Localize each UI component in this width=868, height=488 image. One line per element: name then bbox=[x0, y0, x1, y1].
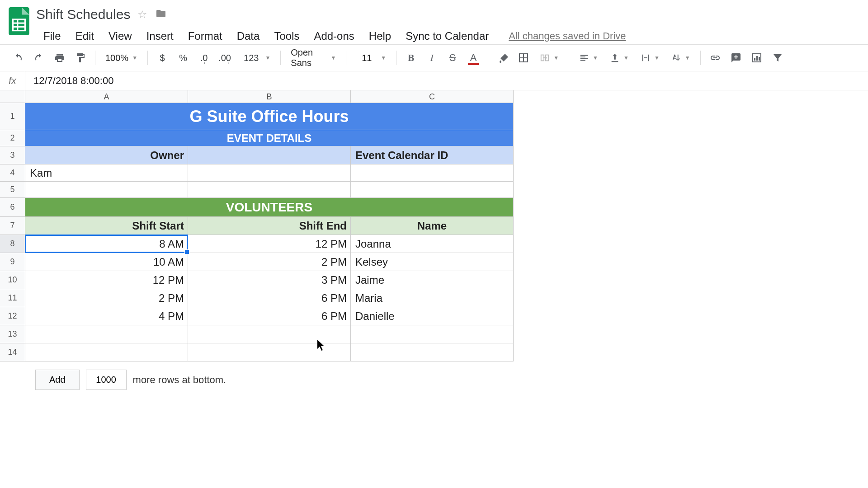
cell-c13[interactable] bbox=[351, 325, 514, 343]
cell-a8[interactable]: 8 AM bbox=[25, 235, 188, 253]
cell-c9[interactable]: Kelsey bbox=[351, 253, 514, 271]
menu-addons[interactable]: Add-ons bbox=[307, 28, 361, 44]
increase-decimal-button[interactable]: .00→ bbox=[216, 49, 234, 67]
formula-input[interactable]: 12/7/2018 8:00:00 bbox=[25, 75, 868, 87]
italic-button[interactable]: I bbox=[423, 49, 441, 67]
add-rows-input[interactable] bbox=[86, 370, 127, 390]
row-header-4[interactable]: 4 bbox=[0, 164, 25, 182]
row-header-10[interactable]: 10 bbox=[0, 271, 25, 289]
cell-b3[interactable] bbox=[188, 146, 351, 164]
vertical-align-dropdown[interactable]: ▼ bbox=[605, 53, 633, 63]
cell-c4[interactable] bbox=[351, 164, 514, 182]
paint-format-button[interactable] bbox=[71, 49, 90, 67]
cell-owner-value[interactable]: Kam bbox=[25, 164, 188, 182]
cell-b14[interactable] bbox=[188, 343, 351, 361]
cell-c11[interactable]: Maria bbox=[351, 289, 514, 307]
save-status[interactable]: All changes saved in Drive bbox=[509, 30, 626, 42]
insert-comment-button[interactable] bbox=[727, 49, 745, 67]
cell-c14[interactable] bbox=[351, 343, 514, 361]
row-header-12[interactable]: 12 bbox=[0, 307, 25, 325]
cell-a10[interactable]: 12 PM bbox=[25, 271, 188, 289]
cell-b4[interactable] bbox=[188, 164, 351, 182]
menu-sync-to-calendar[interactable]: Sync to Calendar bbox=[398, 28, 496, 44]
cell-b11[interactable]: 6 PM bbox=[188, 289, 351, 307]
menu-data[interactable]: Data bbox=[230, 28, 267, 44]
cell-volunteers-header[interactable]: VOLUNTEERS bbox=[25, 198, 514, 217]
star-icon[interactable]: ☆ bbox=[137, 8, 147, 21]
format-currency-button[interactable]: $ bbox=[153, 49, 171, 67]
menu-insert[interactable]: Insert bbox=[139, 28, 181, 44]
insert-link-button[interactable] bbox=[706, 49, 724, 67]
row-header-8[interactable]: 8 bbox=[0, 235, 25, 253]
format-percent-button[interactable]: % bbox=[174, 49, 192, 67]
column-header-c[interactable]: C bbox=[351, 90, 514, 103]
cell-a9[interactable]: 10 AM bbox=[25, 253, 188, 271]
column-header-b[interactable]: B bbox=[188, 90, 351, 103]
insert-chart-button[interactable] bbox=[748, 49, 766, 67]
cell-b5[interactable] bbox=[188, 182, 351, 198]
select-all-corner[interactable] bbox=[0, 90, 25, 103]
horizontal-align-dropdown[interactable]: ▼ bbox=[575, 53, 603, 63]
cell-a13[interactable] bbox=[25, 325, 188, 343]
cell-a14[interactable] bbox=[25, 343, 188, 361]
strikethrough-button[interactable]: S bbox=[443, 49, 462, 67]
filter-button[interactable] bbox=[769, 49, 787, 67]
row-header-2[interactable]: 2 bbox=[0, 130, 25, 146]
cell-b9[interactable]: 2 PM bbox=[188, 253, 351, 271]
text-wrap-dropdown[interactable]: ▼ bbox=[636, 53, 664, 63]
menu-help[interactable]: Help bbox=[362, 28, 398, 44]
menu-view[interactable]: View bbox=[101, 28, 139, 44]
folder-icon[interactable] bbox=[155, 8, 167, 21]
row-header-1[interactable]: 1 bbox=[0, 103, 25, 130]
cell-a11[interactable]: 2 PM bbox=[25, 289, 188, 307]
cell-col-shift-end[interactable]: Shift End bbox=[188, 217, 351, 235]
menu-file[interactable]: File bbox=[36, 28, 68, 44]
cell-a5[interactable] bbox=[25, 182, 188, 198]
cell-b10[interactable]: 3 PM bbox=[188, 271, 351, 289]
toolbar: 100%▼ $ % .0← .00→ 123▼ Open Sans▼ 11▼ B… bbox=[0, 44, 868, 71]
menu-tools[interactable]: Tools bbox=[267, 28, 307, 44]
cell-title[interactable]: G Suite Office Hours bbox=[25, 103, 514, 130]
bold-button[interactable]: B bbox=[402, 49, 420, 67]
column-header-a[interactable]: A bbox=[25, 90, 188, 103]
cell-subtitle[interactable]: EVENT DETAILS bbox=[25, 130, 514, 146]
cell-col-name[interactable]: Name bbox=[351, 217, 514, 235]
cell-c12[interactable]: Danielle bbox=[351, 307, 514, 325]
cell-c8[interactable]: Joanna bbox=[351, 235, 514, 253]
row-header-13[interactable]: 13 bbox=[0, 325, 25, 343]
cell-b8[interactable]: 12 PM bbox=[188, 235, 351, 253]
row-header-11[interactable]: 11 bbox=[0, 289, 25, 307]
font-size-dropdown[interactable]: 11▼ bbox=[352, 53, 391, 63]
fill-color-button[interactable] bbox=[494, 49, 512, 67]
text-color-button[interactable]: A bbox=[464, 49, 482, 67]
cell-b12[interactable]: 6 PM bbox=[188, 307, 351, 325]
borders-button[interactable] bbox=[514, 49, 533, 67]
redo-button[interactable] bbox=[30, 49, 48, 67]
print-button[interactable] bbox=[51, 49, 69, 67]
zoom-dropdown[interactable]: 100%▼ bbox=[101, 53, 142, 63]
cell-calendar-label[interactable]: Event Calendar ID bbox=[351, 146, 514, 164]
cell-b13[interactable] bbox=[188, 325, 351, 343]
text-rotation-dropdown[interactable]: ▼ bbox=[667, 53, 695, 63]
row-header-9[interactable]: 9 bbox=[0, 253, 25, 271]
cell-owner-label[interactable]: Owner bbox=[25, 146, 188, 164]
merge-cells-dropdown[interactable]: ▼ bbox=[535, 53, 563, 63]
cell-c5[interactable] bbox=[351, 182, 514, 198]
row-header-7[interactable]: 7 bbox=[0, 217, 25, 235]
undo-button[interactable] bbox=[9, 49, 27, 67]
menu-format[interactable]: Format bbox=[181, 28, 230, 44]
row-header-6[interactable]: 6 bbox=[0, 198, 25, 217]
row-header-5[interactable]: 5 bbox=[0, 182, 25, 198]
cell-col-shift-start[interactable]: Shift Start bbox=[25, 217, 188, 235]
cell-a12[interactable]: 4 PM bbox=[25, 307, 188, 325]
add-rows-button[interactable]: Add bbox=[35, 370, 80, 390]
font-family-dropdown[interactable]: Open Sans▼ bbox=[286, 47, 340, 68]
row-header-3[interactable]: 3 bbox=[0, 146, 25, 164]
row-header-14[interactable]: 14 bbox=[0, 343, 25, 361]
sheets-app-icon[interactable] bbox=[7, 5, 31, 37]
number-format-dropdown[interactable]: 123▼ bbox=[236, 53, 275, 63]
cell-c10[interactable]: Jaime bbox=[351, 271, 514, 289]
document-title[interactable]: Shift Schedules bbox=[36, 7, 130, 22]
menu-edit[interactable]: Edit bbox=[68, 28, 101, 44]
decrease-decimal-button[interactable]: .0← bbox=[195, 49, 213, 67]
